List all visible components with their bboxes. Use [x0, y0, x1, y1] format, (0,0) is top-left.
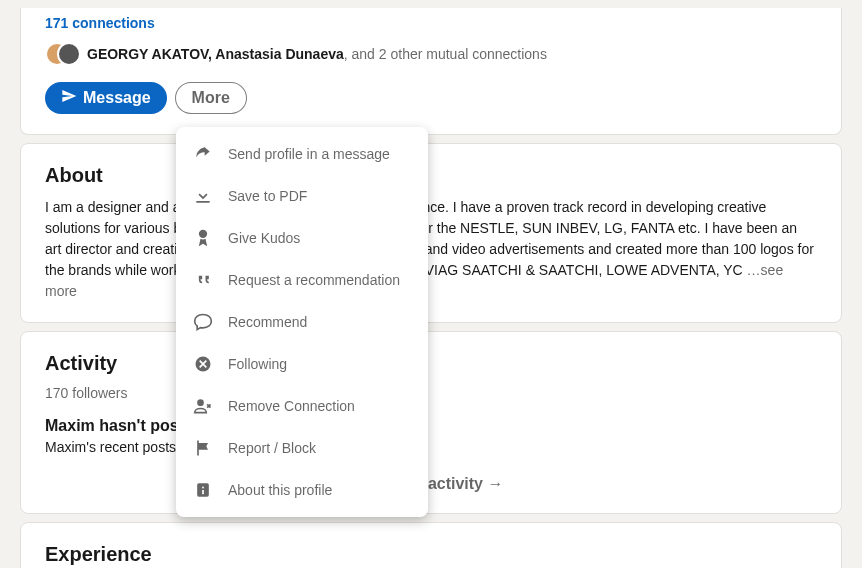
share-arrow-icon — [192, 143, 214, 165]
svg-point-1 — [197, 399, 204, 406]
ribbon-icon — [192, 227, 214, 249]
dropdown-label: Give Kudos — [228, 230, 300, 246]
message-button[interactable]: Message — [45, 82, 167, 114]
mutual-suffix: , and 2 other mutual connections — [344, 46, 547, 62]
dropdown-label: Remove Connection — [228, 398, 355, 414]
download-icon — [192, 185, 214, 207]
person-remove-icon — [192, 395, 214, 417]
about-body: I am a designer and art director with ov… — [45, 197, 817, 302]
info-icon — [192, 479, 214, 501]
about-heading: About — [45, 164, 817, 187]
show-all-activity-link[interactable]: Show all activity → — [45, 475, 817, 493]
experience-heading: Experience — [45, 543, 817, 566]
mutual-connections-text: GEORGY AKATOV, Anastasia Dunaeva, and 2 … — [87, 46, 547, 62]
no-posts-desc: Maxim's recent posts and comments will b… — [45, 439, 817, 455]
quote-icon — [192, 269, 214, 291]
dropdown-label: Send profile in a message — [228, 146, 390, 162]
more-button[interactable]: More — [175, 82, 247, 114]
dropdown-item-send-profile[interactable]: Send profile in a message — [176, 133, 428, 175]
dropdown-label: Report / Block — [228, 440, 316, 456]
followers-count[interactable]: 170 followers — [45, 385, 817, 401]
dropdown-item-about-profile[interactable]: About this profile — [176, 469, 428, 511]
svg-rect-3 — [202, 487, 204, 489]
dropdown-item-save-pdf[interactable]: Save to PDF — [176, 175, 428, 217]
activity-card: Activity 170 followers Maxim hasn't post… — [20, 331, 842, 514]
activity-heading: Activity — [45, 352, 817, 375]
svg-rect-4 — [202, 490, 204, 494]
profile-header-card: 171 connections GEORGY AKATOV, Anastasia… — [20, 8, 842, 135]
dropdown-label: Save to PDF — [228, 188, 307, 204]
mutual-names: GEORGY AKATOV, Anastasia Dunaeva — [87, 46, 344, 62]
dropdown-label: Recommend — [228, 314, 307, 330]
avatar — [57, 42, 81, 66]
dropdown-label: About this profile — [228, 482, 332, 498]
message-button-label: Message — [83, 89, 151, 107]
flag-icon — [192, 437, 214, 459]
profile-action-buttons: Message More — [45, 82, 817, 114]
about-text-content: I am a designer and art director with ov… — [45, 199, 814, 278]
mutual-avatars — [45, 42, 81, 66]
dropdown-item-request-recommendation[interactable]: Request a recommendation — [176, 259, 428, 301]
dropdown-item-give-kudos[interactable]: Give Kudos — [176, 217, 428, 259]
no-posts-title: Maxim hasn't posted lately — [45, 417, 817, 435]
close-circle-icon — [192, 353, 214, 375]
more-dropdown-menu: Send profile in a message Save to PDF Gi… — [176, 127, 428, 517]
more-button-label: More — [192, 89, 230, 107]
dropdown-item-report-block[interactable]: Report / Block — [176, 427, 428, 469]
dropdown-item-remove-connection[interactable]: Remove Connection — [176, 385, 428, 427]
send-icon — [61, 88, 77, 108]
connections-link[interactable]: 171 connections — [45, 15, 155, 31]
experience-card: Experience — [20, 522, 842, 568]
about-card: About I am a designer and art director w… — [20, 143, 842, 323]
mutual-connections-row[interactable]: GEORGY AKATOV, Anastasia Dunaeva, and 2 … — [45, 42, 817, 66]
dropdown-item-following[interactable]: Following — [176, 343, 428, 385]
dropdown-item-recommend[interactable]: Recommend — [176, 301, 428, 343]
dropdown-label: Request a recommendation — [228, 272, 400, 288]
dropdown-label: Following — [228, 356, 287, 372]
speech-bubble-icon — [192, 311, 214, 333]
